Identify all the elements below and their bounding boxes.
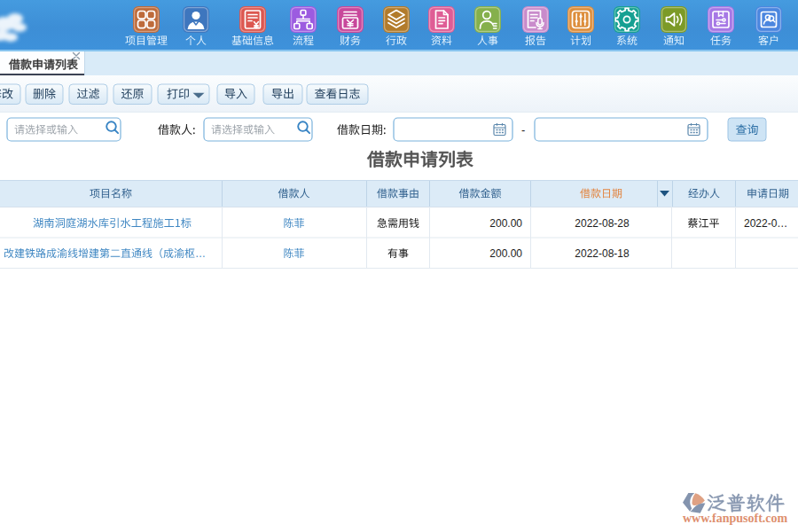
svg-text:2022-0…: 2022-0… xyxy=(744,217,787,230)
svg-text:www.fanpusoft.com: www.fanpusoft.com xyxy=(683,512,788,525)
svg-text:…: … xyxy=(195,247,206,260)
svg-text:200.00: 200.00 xyxy=(489,217,522,230)
svg-text:2022-08-28: 2022-08-28 xyxy=(575,217,630,230)
svg-text:200.00: 200.00 xyxy=(489,247,522,260)
svg-text:-: - xyxy=(521,123,525,137)
svg-text:2022-08-18: 2022-08-18 xyxy=(575,247,630,260)
